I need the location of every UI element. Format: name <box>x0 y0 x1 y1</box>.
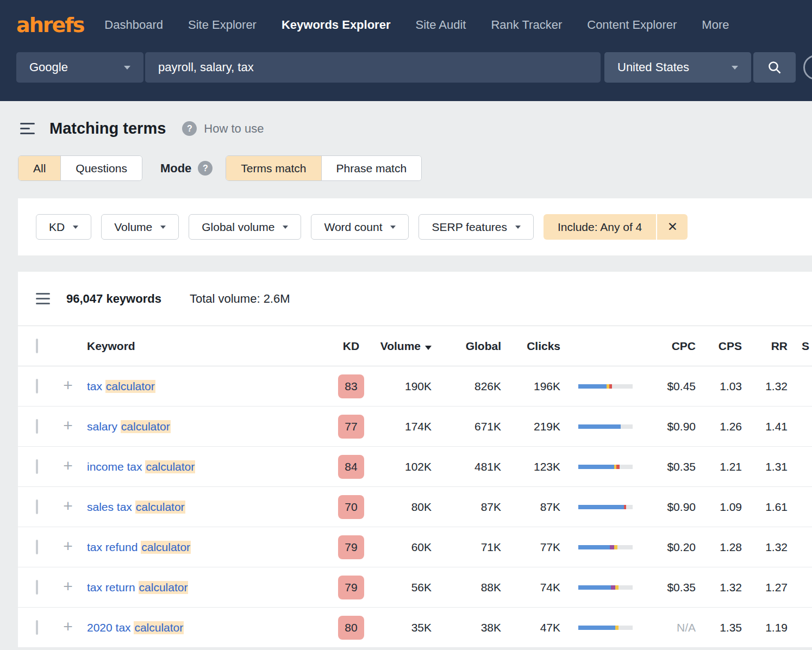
column-clicks[interactable]: Clicks <box>501 340 560 353</box>
filter-serp-features[interactable]: SERP features <box>419 214 534 240</box>
cps-value: 1.09 <box>696 501 742 514</box>
cps-value: 1.03 <box>696 380 742 393</box>
kd-badge: 79 <box>338 535 364 559</box>
search-engine-select[interactable]: Google <box>16 52 143 83</box>
table-row: + income tax calculator 84 102K 481K 123… <box>18 447 812 487</box>
tab-questions[interactable]: Questions <box>61 156 142 180</box>
column-global[interactable]: Global <box>432 340 501 353</box>
column-kd[interactable]: KD <box>338 340 364 353</box>
keyword-link[interactable]: income tax calculator <box>87 460 195 473</box>
tab-all[interactable]: All <box>18 156 61 180</box>
reports-menu-icon[interactable] <box>20 123 35 134</box>
column-cps[interactable]: CPS <box>696 340 742 353</box>
row-checkbox[interactable] <box>36 620 38 635</box>
chevron-down-icon <box>283 226 288 229</box>
country-select[interactable]: United States <box>604 52 751 83</box>
column-partial[interactable]: S <box>788 340 812 353</box>
partial-help-icon[interactable] <box>803 55 812 80</box>
cpc-value: $0.35 <box>633 460 696 473</box>
add-to-list-icon[interactable]: + <box>63 580 73 593</box>
column-keyword[interactable]: Keyword <box>87 340 338 353</box>
keyword-link[interactable]: sales tax calculator <box>87 501 185 514</box>
row-checkbox[interactable] <box>36 459 38 474</box>
include-filter-close-icon[interactable]: ✕ <box>657 214 688 240</box>
row-checkbox[interactable] <box>36 379 38 393</box>
volume-value: 35K <box>364 621 432 634</box>
keyword-link[interactable]: 2020 tax calculator <box>87 621 184 634</box>
results-info-row: 96,047 keywords Total volume: 2.6M <box>18 272 812 326</box>
search-query-input[interactable] <box>145 52 601 83</box>
volume-value: 102K <box>364 460 432 473</box>
keyword-type-tabs: All Questions <box>18 155 142 181</box>
help-question-icon[interactable]: ? <box>182 121 197 136</box>
nav-item-site-audit[interactable]: Site Audit <box>415 18 466 32</box>
ahrefs-logo[interactable]: ahrefs <box>16 13 84 37</box>
filter-bar: KD Volume Global volume Word count SERP … <box>18 198 812 255</box>
keyword-search-bar: Google United States <box>0 50 812 101</box>
global-value: 71K <box>432 541 501 554</box>
filter-global-volume-label: Global volume <box>202 221 274 234</box>
clicks-value: 47K <box>501 621 560 634</box>
nav-item-content-explorer[interactable]: Content Explorer <box>587 18 677 32</box>
rr-value: 1.61 <box>742 501 788 514</box>
filter-word-count[interactable]: Word count <box>311 214 409 240</box>
row-checkbox[interactable] <box>36 419 38 434</box>
search-icon <box>767 60 782 74</box>
filter-serp-features-label: SERP features <box>432 221 507 234</box>
select-all-checkbox[interactable] <box>36 339 38 353</box>
nav-item-rank-tracker[interactable]: Rank Tracker <box>491 18 562 32</box>
add-to-list-icon[interactable]: + <box>63 499 73 512</box>
how-to-use-link[interactable]: How to use <box>204 122 264 136</box>
filter-volume[interactable]: Volume <box>101 214 179 240</box>
global-value: 481K <box>432 460 501 473</box>
keyword-link[interactable]: salary calculator <box>87 420 171 433</box>
add-to-list-icon[interactable]: + <box>63 379 73 392</box>
nav-item-dashboard[interactable]: Dashboard <box>104 18 163 32</box>
tabs-row: All Questions Mode ? Terms match Phrase … <box>18 155 812 181</box>
row-checkbox[interactable] <box>36 499 38 514</box>
add-to-list-icon[interactable]: + <box>63 540 73 553</box>
include-filter-chip[interactable]: Include: Any of 4 <box>544 214 656 240</box>
global-value: 826K <box>432 380 501 393</box>
nav-item-site-explorer[interactable]: Site Explorer <box>188 18 257 32</box>
kd-badge: 84 <box>338 455 364 479</box>
cpc-value: $0.20 <box>633 541 696 554</box>
column-rr[interactable]: RR <box>742 340 788 353</box>
tab-phrase-match[interactable]: Phrase match <box>322 156 422 180</box>
main-nav: ahrefs Dashboard Site Explorer Keywords … <box>0 0 812 50</box>
column-volume[interactable]: Volume <box>364 340 432 353</box>
row-checkbox[interactable] <box>36 540 38 554</box>
table-row: + tax return calculator 79 56K 88K 74K $… <box>18 567 812 608</box>
kd-badge: 70 <box>338 495 364 519</box>
clicks-value: 74K <box>501 581 560 594</box>
nav-item-more[interactable]: More <box>702 18 729 32</box>
cps-value: 1.26 <box>696 420 742 433</box>
clicks-bar <box>578 384 633 389</box>
mode-help-icon[interactable]: ? <box>198 161 213 176</box>
mode-label: Mode <box>160 161 191 176</box>
match-mode-tabs: Terms match Phrase match <box>226 155 422 181</box>
cps-value: 1.35 <box>696 621 742 634</box>
keyword-link[interactable]: tax return calculator <box>87 581 188 594</box>
tab-terms-match[interactable]: Terms match <box>226 156 321 180</box>
keyword-link[interactable]: tax refund calculator <box>87 541 191 554</box>
row-checkbox[interactable] <box>36 580 38 595</box>
nav-item-keywords-explorer[interactable]: Keywords Explorer <box>282 18 391 32</box>
add-to-list-icon[interactable]: + <box>63 459 73 472</box>
kd-badge: 79 <box>338 576 364 599</box>
add-to-list-icon[interactable]: + <box>63 419 73 432</box>
keyword-link[interactable]: tax calculator <box>87 380 155 393</box>
filter-kd[interactable]: KD <box>36 214 91 240</box>
clicks-bar <box>578 465 633 469</box>
search-button[interactable] <box>753 52 796 83</box>
add-to-list-icon[interactable]: + <box>63 620 73 633</box>
table-row: + salary calculator 77 174K 671K 219K $0… <box>18 407 812 447</box>
column-volume-label: Volume <box>380 340 421 352</box>
global-value: 87K <box>432 501 501 514</box>
list-view-icon[interactable] <box>36 293 50 304</box>
column-cpc[interactable]: CPC <box>633 340 696 353</box>
matching-terms-page: Matching terms ? How to use All Question… <box>0 120 812 648</box>
filter-global-volume[interactable]: Global volume <box>189 214 301 240</box>
cpc-value: $0.45 <box>633 380 696 393</box>
table-row: + tax calculator 83 190K 826K 196K $0.45… <box>18 366 812 407</box>
